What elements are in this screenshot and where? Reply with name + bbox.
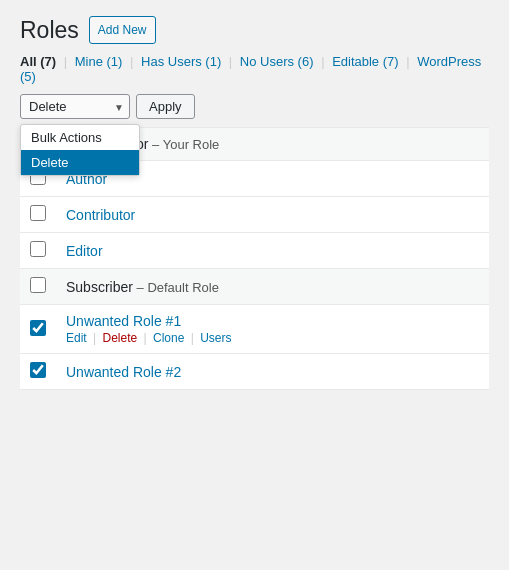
- action-users-unwanted-role-1[interactable]: Users: [200, 331, 231, 345]
- apply-button[interactable]: Apply: [136, 94, 195, 119]
- filter-link-editable[interactable]: Editable (7): [332, 54, 398, 69]
- filter-link-mine[interactable]: Mine (1): [75, 54, 123, 69]
- table-row: Editor: [20, 233, 489, 269]
- role-name-editor[interactable]: Editor: [66, 243, 103, 259]
- role-suffix-subscriber: – Default Role: [133, 280, 219, 295]
- action-delete-unwanted-role-1[interactable]: Delete: [102, 331, 137, 345]
- filter-separator: |: [126, 54, 137, 69]
- table-row: Contributor: [20, 197, 489, 233]
- action-separator: |: [140, 331, 150, 345]
- role-suffix-administrator: – Your Role: [148, 137, 219, 152]
- page-title: Roles: [20, 17, 79, 44]
- role-name-subscriber[interactable]: Subscriber: [66, 279, 133, 295]
- filter-separator: |: [225, 54, 236, 69]
- checkbox-unwanted-role-1[interactable]: [30, 320, 46, 336]
- filter-separator: |: [318, 54, 329, 69]
- filter-link-no-users[interactable]: No Users (6): [240, 54, 314, 69]
- table-row: Subscriber – Default Role: [20, 269, 489, 305]
- filter-links: All (7) | Mine (1) | Has Users (1) | No …: [20, 54, 489, 84]
- role-name-unwanted-role-1[interactable]: Unwanted Role #1: [66, 313, 181, 329]
- action-separator: |: [90, 331, 100, 345]
- bulk-action-wrapper: Bulk ActionsDelete ▼ Bulk ActionsDelete: [20, 94, 130, 119]
- dropdown-item-delete[interactable]: Delete: [21, 150, 139, 175]
- checkbox-editor[interactable]: [30, 241, 46, 257]
- dropdown-item-bulk-actions[interactable]: Bulk Actions: [21, 125, 139, 150]
- bulk-action-row: Bulk ActionsDelete ▼ Bulk ActionsDelete …: [20, 94, 489, 119]
- filter-link-all[interactable]: All (7): [20, 54, 56, 69]
- checkbox-contributor[interactable]: [30, 205, 46, 221]
- action-separator: |: [187, 331, 197, 345]
- action-edit-unwanted-role-1[interactable]: Edit: [66, 331, 87, 345]
- filter-separator: |: [60, 54, 71, 69]
- checkbox-subscriber[interactable]: [30, 277, 46, 293]
- role-name-unwanted-role-2[interactable]: Unwanted Role #2: [66, 364, 181, 380]
- filter-separator: |: [403, 54, 414, 69]
- table-row: Unwanted Role #1Edit | Delete | Clone | …: [20, 305, 489, 354]
- bulk-action-dropdown: Bulk ActionsDelete: [20, 124, 140, 176]
- checkbox-unwanted-role-2[interactable]: [30, 362, 46, 378]
- action-clone-unwanted-role-1[interactable]: Clone: [153, 331, 184, 345]
- row-actions-unwanted-role-1: Edit | Delete | Clone | Users: [66, 331, 479, 345]
- table-row: Unwanted Role #2: [20, 354, 489, 390]
- add-new-button[interactable]: Add New: [89, 16, 156, 44]
- bulk-action-select[interactable]: Bulk ActionsDelete: [20, 94, 130, 119]
- role-name-contributor[interactable]: Contributor: [66, 207, 135, 223]
- filter-link-has-users[interactable]: Has Users (1): [141, 54, 221, 69]
